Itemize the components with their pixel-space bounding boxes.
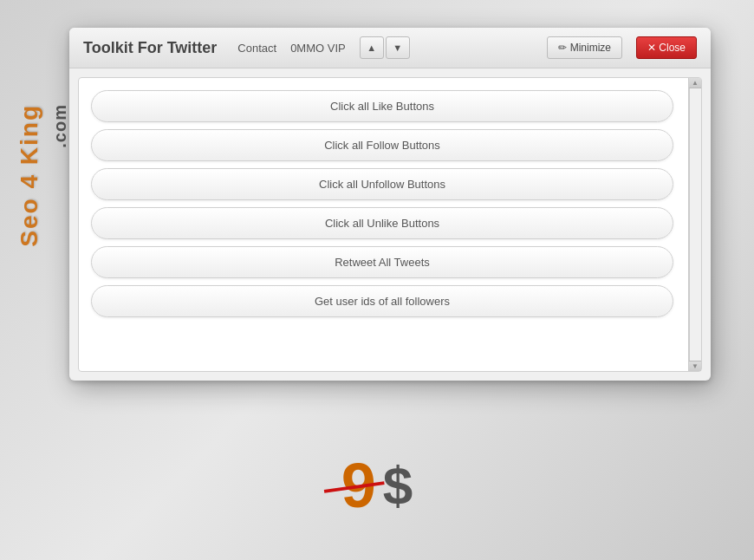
arrow-down-button[interactable]: ▼: [386, 36, 410, 59]
action-button-2[interactable]: Click all Unfollow Buttons: [91, 168, 673, 200]
action-buttons-list: Click all Like ButtonsClick all Follow B…: [91, 90, 689, 317]
minimize-button[interactable]: ✏ Minimize: [547, 36, 622, 59]
arrow-group: ▲ ▼: [360, 36, 410, 59]
scroll-up-arrow[interactable]: ▲: [689, 78, 701, 88]
close-button[interactable]: ✕ Close: [636, 36, 697, 59]
action-button-5[interactable]: Get user ids of all followers: [91, 285, 673, 317]
arrow-up-button[interactable]: ▲: [360, 36, 384, 59]
watermark-com: .com: [50, 104, 70, 148]
scrollbar-track[interactable]: ▲ ▼: [689, 78, 701, 371]
watermark-text: Seo 4 King: [16, 104, 43, 247]
content-area: ▲ ▼ Click all Like ButtonsClick all Foll…: [78, 77, 702, 372]
window-title: Toolkit For Twitter: [83, 39, 217, 57]
action-button-4[interactable]: Retweet All Tweets: [91, 246, 673, 278]
nav-contact[interactable]: Contact: [237, 42, 276, 55]
titlebar: Toolkit For Twitter Contact 0MMO VIP ▲ ▼…: [69, 28, 711, 68]
nav-vip[interactable]: 0MMO VIP: [290, 42, 346, 55]
price-area: 9 $: [341, 454, 413, 517]
action-button-1[interactable]: Click all Follow Buttons: [91, 129, 673, 161]
price-strikethrough: 9: [341, 454, 376, 517]
main-window: Toolkit For Twitter Contact 0MMO VIP ▲ ▼…: [69, 28, 711, 381]
price-currency: $: [383, 459, 413, 512]
action-button-3[interactable]: Click all Unlike Buttons: [91, 207, 673, 239]
scroll-down-arrow[interactable]: ▼: [689, 361, 701, 371]
action-button-0[interactable]: Click all Like Buttons: [91, 90, 673, 122]
